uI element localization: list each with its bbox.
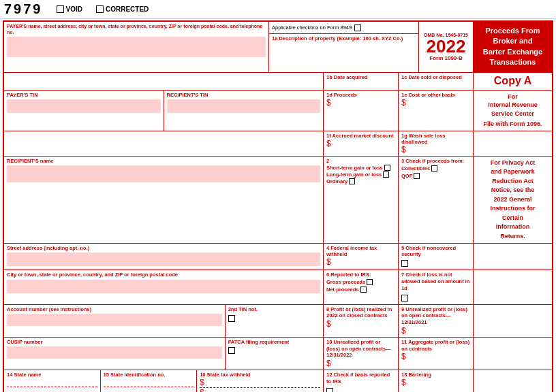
second-tin-checkbox[interactable] <box>228 315 235 322</box>
cusip-label: CUSIP number <box>7 339 222 345</box>
year: 2022 <box>427 37 466 55</box>
field-7-cell: 7 Check if loss is not allowed based on … <box>399 270 474 304</box>
irs-line3: Service Center <box>476 110 550 118</box>
field-1a-cell: 1a Description of property (Example: 100… <box>269 34 418 72</box>
city-state-label: City or town, state or province, country… <box>7 272 320 278</box>
street-address-cell: Street address (including apt. no.) <box>4 244 324 270</box>
field-2c-label: Ordinary <box>326 178 348 184</box>
field-5-cell: 5 Check if noncovered security <box>399 244 474 270</box>
field-10-cell: 10 Unrealized profit or (loss) on open c… <box>324 338 399 370</box>
field-1d-label: 1d Proceeds <box>326 92 395 98</box>
irs-line2: Internal Revenue <box>476 101 550 110</box>
field-1b-cell: 1b Date acquired <box>324 73 399 90</box>
field-1c-label: 1c Date sold or disposed <box>401 74 470 80</box>
form-1099b: { "form": { "number": "7979", "void_labe… <box>0 0 556 392</box>
field-9-cell: 9 Unrealized profit or (loss) on open co… <box>399 305 474 337</box>
copy-a-text: Copy A <box>494 75 531 87</box>
account-number-label: Account number (see instructions) <box>7 306 222 312</box>
field-2b-label: Long-term gain or loss <box>326 172 382 178</box>
field-10-label: 10 Unrealized profit or (loss) on open c… <box>326 339 395 359</box>
field-9-label: 9 Unrealized profit or (loss) on open co… <box>401 306 470 326</box>
field-2-label: 2 <box>326 158 329 164</box>
field-7-label: 7 Check if loss is not allowed based on … <box>401 272 470 291</box>
second-tin-label: 2nd TIN not. <box>228 306 320 312</box>
corrected-checkbox[interactable] <box>96 5 104 13</box>
field-3-label: 3 Check if proceeds from: <box>401 158 470 164</box>
title-line2: Broker and <box>476 36 549 46</box>
checkbox-8949-label: Applicable checkbox on Form 8949 <box>272 24 352 31</box>
field-3b-checkbox[interactable] <box>414 173 420 179</box>
field-16-label: 16 State tax withheld <box>200 372 320 378</box>
field-15-label: 15 State identification no. <box>104 372 194 378</box>
field-5-checkbox[interactable] <box>401 260 408 267</box>
field-15-cell: 15 State identification no. <box>101 370 198 392</box>
payer-tin-cell: PAYER'S TIN <box>4 91 164 131</box>
irs-line1: For <box>476 93 550 101</box>
field-1c-cell: 1c Date sold or disposed <box>399 73 474 90</box>
checkbox-8949[interactable] <box>354 24 361 31</box>
field-1a-label: 1a Description of property (Example: 100… <box>272 35 416 42</box>
field-2c-checkbox[interactable] <box>349 178 355 184</box>
payer-info-cell: PAYER'S name, street address, city or to… <box>4 22 269 72</box>
privacy-line8: Information <box>476 223 550 232</box>
form-id: Form 1099-B <box>429 55 462 61</box>
privacy-line4: Notice, see the <box>476 186 550 195</box>
field-6-cell: 6 Reported to IRS: Gross proceeds Net pr… <box>324 270 399 304</box>
field-8-cell: 8 Profit or (loss) realized in 2022 on c… <box>324 305 399 337</box>
privacy-line3: Reduction Act <box>476 177 550 186</box>
recipient-tin-label: RECIPIENT'S TIN <box>167 92 321 98</box>
field-12-checkbox[interactable] <box>326 388 333 392</box>
void-checkbox-label: VOID <box>57 5 82 13</box>
field-1e-label: 1e Cost or other basis <box>401 92 470 98</box>
field-3-cell: 3 Check if proceeds from: Collectibles Q… <box>399 157 474 244</box>
field-1e-cell: 1e Cost or other basis $ <box>399 91 474 131</box>
void-checkbox[interactable] <box>57 5 64 13</box>
field-13-cell: 13 Bartering $ <box>399 370 474 392</box>
privacy-line9: Returns. <box>476 232 550 242</box>
irs-block: For Internal Revenue Service Center File… <box>474 91 552 131</box>
field-7-checkbox[interactable] <box>401 295 408 301</box>
field-4-cell: 4 Federal income tax withheld $ <box>324 244 399 270</box>
title-line4: Transactions <box>476 57 549 67</box>
field-1f-label: 1f Accrued market discount <box>326 133 395 139</box>
privacy-line7: Certain <box>476 214 550 223</box>
field-3a-label: Collectibles <box>401 165 430 172</box>
payer-tin-label: PAYER'S TIN <box>7 92 161 98</box>
second-tin-cell: 2nd TIN not. <box>226 305 324 337</box>
recipient-name-cell: RECIPIENT'S name <box>4 157 324 244</box>
field-16-cell: 16 State tax withheld $ $ <box>197 370 324 392</box>
payer-label: PAYER'S name, street address, city or to… <box>7 23 266 35</box>
recipient-name-label: RECIPIENT'S name <box>7 158 320 164</box>
fatca-label: FATCA filing requirement <box>228 339 320 346</box>
field-3b-label: QOF <box>401 173 412 179</box>
fatca-checkbox[interactable] <box>228 347 235 354</box>
cusip-cell: CUSIP number <box>4 338 226 370</box>
privacy-line5: 2022 General <box>476 195 550 205</box>
account-number-cell: Account number (see instructions) <box>4 305 226 337</box>
field-2-label: Short-term gain or loss <box>326 165 383 171</box>
privacy-line6: Instructions for <box>476 204 550 214</box>
field-11-cell: 11 Aggregate profit or (loss) on contrac… <box>399 338 474 370</box>
privacy-line1: For Privacy Act <box>476 159 550 168</box>
field-14-label: 14 State name <box>7 372 97 378</box>
field-6b-checkbox[interactable] <box>360 287 367 293</box>
form-number: 7979 <box>4 1 43 17</box>
title-line3: Barter Exchange <box>476 47 549 57</box>
street-address-label: Street address (including apt. no.) <box>7 245 320 251</box>
field-1f-cell: 1f Accrued market discount $ <box>324 131 399 156</box>
field-3a-checkbox[interactable] <box>431 165 437 172</box>
field-1g-label: 1g Wash sale loss disallowed <box>401 133 470 145</box>
field-5-label: 5 Check if noncovered security <box>401 245 470 257</box>
form-title-block: Proceeds From Broker and Barter Exchange… <box>474 22 552 72</box>
field-8-label: 8 Profit or (loss) realized in 2022 on c… <box>326 306 395 320</box>
field-2b-checkbox[interactable] <box>383 172 389 178</box>
field-2a-checkbox[interactable] <box>384 165 390 171</box>
field-6b-label: Net proceeds <box>326 287 359 293</box>
field-4-label: 4 Federal income tax withheld <box>326 245 395 257</box>
checkbox-8949-cell: Applicable checkbox on Form 8949 <box>269 22 418 34</box>
field-6a-label: Gross proceeds <box>326 279 365 285</box>
field-6a-checkbox[interactable] <box>367 279 373 285</box>
field-1d-cell: 1d Proceeds $ <box>324 91 399 131</box>
irs-line4: File with Form 1096. <box>476 120 550 129</box>
corrected-checkbox-label: CORRECTED <box>96 5 149 13</box>
